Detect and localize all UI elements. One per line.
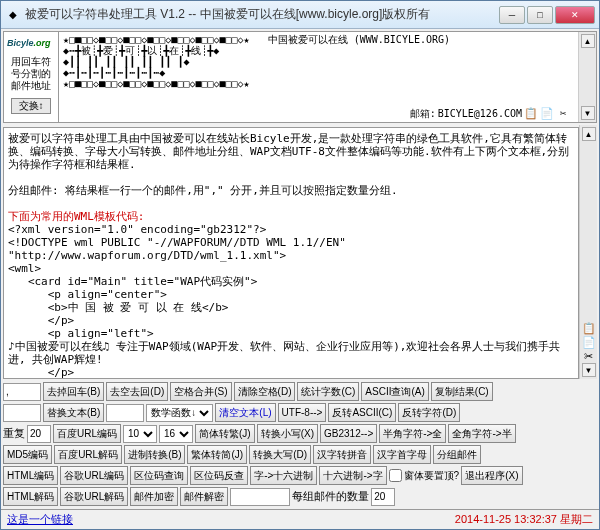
repeat-label: 重复 (3, 426, 25, 441)
baidu-urldecode-button[interactable]: 百度URL解码 (54, 445, 122, 464)
base-convert-button[interactable]: 进制转换(B) (124, 445, 185, 464)
input-6a[interactable] (230, 488, 290, 506)
base-from-select[interactable]: 10 (123, 425, 157, 443)
hanzi-initial-button[interactable]: 汉字首字母 (373, 445, 431, 464)
clear-space-button[interactable]: 清除空格(D) (234, 382, 296, 401)
hex-to-char-button[interactable]: 十六进制->字 (319, 466, 386, 485)
window-title: 被爱可以字符串处理工具 V1.2 -- 中国被爱可以在线[www.bicyle.… (25, 6, 499, 23)
to-lower-button[interactable]: 转换小写(X) (257, 424, 318, 443)
baidu-urlencode-button[interactable]: 百度URL编码 (53, 424, 121, 443)
main-textarea[interactable]: 被爱可以字符串处理工具由中国被爱可以在线站长Bicyle开发,是一款处理字符串的… (3, 127, 579, 379)
mail-decrypt-button[interactable]: 邮件解密 (180, 487, 228, 506)
clear-text-button[interactable]: 清空文本(L) (215, 403, 275, 422)
reverse-ascii-button[interactable]: 反转ASCII(C) (328, 403, 396, 422)
html-encode-button[interactable]: HTML编码 (3, 466, 58, 485)
merge-space-button[interactable]: 空格合并(S) (170, 382, 231, 401)
paste-icon-2: 📄 (582, 335, 596, 349)
group-mail-button[interactable]: 分组邮件 (433, 445, 481, 464)
paste-icon[interactable]: 📄 (540, 106, 554, 120)
gb2312-button[interactable]: GB2312--> (320, 424, 377, 443)
group-count-label: 每组邮件的数量 (292, 489, 369, 504)
base-to-select[interactable]: 16 (159, 425, 193, 443)
html-decode-button[interactable]: HTML解码 (3, 487, 58, 506)
full-to-half-button[interactable]: 全角字符->半 (448, 424, 515, 443)
copy-icon-2: 📋 (582, 321, 596, 335)
md5-button[interactable]: MD5编码 (3, 445, 52, 464)
input-2a[interactable] (3, 404, 41, 422)
input-1a[interactable] (3, 383, 41, 401)
status-link[interactable]: 这是一个链接 (7, 512, 73, 527)
google-urlencode-button[interactable]: 谷歌URL编码 (60, 466, 128, 485)
quwei-reverse-button[interactable]: 区位码反查 (190, 466, 248, 485)
mail-label: 邮箱: (410, 108, 436, 119)
mail-split-label: 用回车符 号分割的 邮件地址 (11, 56, 51, 92)
replace-text-button[interactable]: 替换文本(B) (43, 403, 104, 422)
group-count-input[interactable] (371, 488, 395, 506)
to-upper-button[interactable]: 转换大写(D) (249, 445, 311, 464)
swap-button[interactable]: 交换↕ (11, 98, 51, 114)
mail-encrypt-button[interactable]: 邮件加密 (130, 487, 178, 506)
ascii-lookup-button[interactable]: ASCII查询(A) (361, 382, 428, 401)
hanzi-pinyin-button[interactable]: 汉字转拼音 (313, 445, 371, 464)
remove-space-cr-button[interactable]: 去空去回(D) (106, 382, 168, 401)
cut-icon[interactable]: ✂ (556, 106, 570, 120)
repeat-input[interactable] (27, 425, 51, 443)
simp-to-trad-button[interactable]: 简体转繁(J) (195, 424, 255, 443)
input-2b[interactable] (106, 404, 144, 422)
google-urldecode-button[interactable]: 谷歌URL解码 (60, 487, 128, 506)
topmost-checkbox[interactable]: 窗体要置顶? (389, 469, 460, 483)
count-chars-button[interactable]: 统计字数(C) (297, 382, 359, 401)
trad-to-simp-button[interactable]: 繁体转简(J) (187, 445, 247, 464)
close-button[interactable]: ✕ (555, 6, 595, 24)
copy-result-button[interactable]: 复制结果(C) (431, 382, 493, 401)
logo: Bicyle.org (7, 34, 55, 52)
reverse-chars-button[interactable]: 反转字符(D) (398, 403, 460, 422)
scrollbar-main[interactable]: ▲📋📄✂▼ (579, 125, 597, 379)
app-icon: ◆ (5, 7, 21, 23)
half-to-full-button[interactable]: 半角字符->全 (379, 424, 446, 443)
ascii-art: ★□■□□◇■□□◇■□□◇■□□◇■□□◇■□□◇■□□◇★ 中国被爱可以在线… (63, 34, 574, 89)
maximize-button[interactable]: □ (527, 6, 553, 24)
char-to-hex-button[interactable]: 字->十六进制 (250, 466, 317, 485)
remove-cr-button[interactable]: 去掉回车(B) (43, 382, 104, 401)
utf8-button[interactable]: UTF-8--> (278, 403, 327, 422)
math-func-select[interactable]: 数学函数↓ (146, 404, 213, 422)
mail-value: BICYLE@126.COM (438, 108, 522, 119)
quwei-lookup-button[interactable]: 区位码查询 (130, 466, 188, 485)
scrollbar-top[interactable]: ▲▼ (578, 32, 596, 122)
exit-button[interactable]: 退出程序(X) (461, 466, 522, 485)
copy-icon[interactable]: 📋 (524, 106, 538, 120)
status-datetime: 2014-11-25 13:32:37 星期二 (455, 512, 593, 527)
cut-icon-2: ✂ (582, 349, 596, 363)
minimize-button[interactable]: ─ (499, 6, 525, 24)
